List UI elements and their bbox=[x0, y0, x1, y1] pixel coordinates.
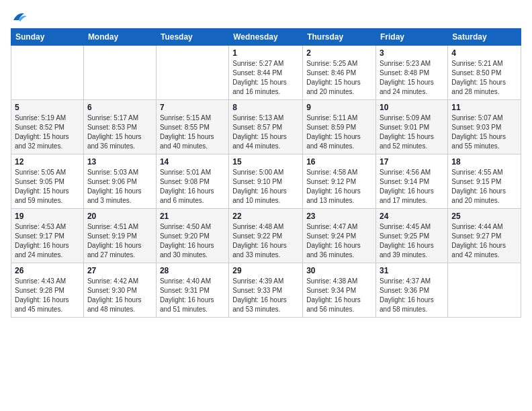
calendar-cell: 12Sunrise: 5:05 AM Sunset: 9:05 PM Dayli… bbox=[11, 154, 84, 209]
day-number: 18 bbox=[451, 157, 517, 167]
day-info: Sunrise: 5:23 AM Sunset: 8:48 PM Dayligh… bbox=[380, 59, 444, 97]
calendar-cell: 3Sunrise: 5:23 AM Sunset: 8:48 PM Daylig… bbox=[376, 46, 448, 100]
calendar-cell: 9Sunrise: 5:11 AM Sunset: 8:59 PM Daylig… bbox=[303, 100, 376, 154]
weekday-header-friday: Friday bbox=[376, 29, 448, 46]
weekday-header-wednesday: Wednesday bbox=[229, 29, 303, 46]
calendar-cell: 24Sunrise: 4:45 AM Sunset: 9:25 PM Dayli… bbox=[376, 209, 448, 263]
day-number: 28 bbox=[160, 266, 225, 275]
calendar-cell: 13Sunrise: 5:03 AM Sunset: 9:06 PM Dayli… bbox=[83, 154, 156, 209]
day-info: Sunrise: 4:42 AM Sunset: 9:30 PM Dayligh… bbox=[87, 277, 152, 314]
calendar-cell: 26Sunrise: 4:43 AM Sunset: 9:28 PM Dayli… bbox=[11, 263, 84, 318]
day-info: Sunrise: 4:55 AM Sunset: 9:15 PM Dayligh… bbox=[451, 168, 517, 205]
day-info: Sunrise: 5:00 AM Sunset: 9:10 PM Dayligh… bbox=[232, 168, 299, 205]
day-number: 17 bbox=[380, 157, 444, 167]
calendar-cell bbox=[83, 46, 156, 100]
weekday-header-row: SundayMondayTuesdayWednesdayThursdayFrid… bbox=[11, 29, 521, 46]
day-info: Sunrise: 4:50 AM Sunset: 9:20 PM Dayligh… bbox=[160, 222, 225, 260]
day-number: 9 bbox=[306, 103, 372, 112]
weekday-header-saturday: Saturday bbox=[448, 29, 521, 46]
day-info: Sunrise: 4:44 AM Sunset: 9:27 PM Dayligh… bbox=[451, 222, 517, 260]
day-number: 2 bbox=[306, 48, 372, 58]
weekday-header-thursday: Thursday bbox=[303, 29, 376, 46]
day-info: Sunrise: 5:01 AM Sunset: 9:08 PM Dayligh… bbox=[160, 168, 225, 205]
day-info: Sunrise: 5:19 AM Sunset: 8:52 PM Dayligh… bbox=[15, 113, 80, 151]
day-number: 3 bbox=[380, 48, 444, 58]
logo bbox=[11, 11, 27, 23]
calendar-cell: 25Sunrise: 4:44 AM Sunset: 9:27 PM Dayli… bbox=[448, 209, 521, 263]
day-info: Sunrise: 5:09 AM Sunset: 9:01 PM Dayligh… bbox=[380, 113, 444, 151]
day-number: 1 bbox=[232, 48, 299, 58]
calendar-cell: 10Sunrise: 5:09 AM Sunset: 9:01 PM Dayli… bbox=[376, 100, 448, 154]
day-info: Sunrise: 5:17 AM Sunset: 8:53 PM Dayligh… bbox=[87, 113, 152, 151]
calendar-cell: 8Sunrise: 5:13 AM Sunset: 8:57 PM Daylig… bbox=[229, 100, 303, 154]
day-info: Sunrise: 4:47 AM Sunset: 9:24 PM Dayligh… bbox=[306, 222, 372, 260]
day-number: 14 bbox=[160, 157, 225, 167]
day-number: 29 bbox=[232, 266, 299, 275]
calendar-cell: 21Sunrise: 4:50 AM Sunset: 9:20 PM Dayli… bbox=[156, 209, 228, 263]
day-info: Sunrise: 4:37 AM Sunset: 9:36 PM Dayligh… bbox=[380, 277, 444, 314]
calendar-cell: 23Sunrise: 4:47 AM Sunset: 9:24 PM Dayli… bbox=[303, 209, 376, 263]
weekday-header-tuesday: Tuesday bbox=[156, 29, 228, 46]
weekday-header-sunday: Sunday bbox=[11, 29, 84, 46]
day-number: 27 bbox=[87, 266, 152, 275]
day-number: 7 bbox=[160, 103, 225, 112]
calendar-cell: 7Sunrise: 5:15 AM Sunset: 8:55 PM Daylig… bbox=[156, 100, 228, 154]
calendar-cell: 19Sunrise: 4:53 AM Sunset: 9:17 PM Dayli… bbox=[11, 209, 84, 263]
calendar-cell: 5Sunrise: 5:19 AM Sunset: 8:52 PM Daylig… bbox=[11, 100, 84, 154]
day-number: 26 bbox=[15, 266, 80, 275]
week-row-4: 19Sunrise: 4:53 AM Sunset: 9:17 PM Dayli… bbox=[11, 209, 521, 263]
calendar-cell bbox=[156, 46, 228, 100]
day-info: Sunrise: 5:15 AM Sunset: 8:55 PM Dayligh… bbox=[160, 113, 225, 151]
day-number: 21 bbox=[160, 212, 225, 221]
day-info: Sunrise: 4:53 AM Sunset: 9:17 PM Dayligh… bbox=[15, 222, 80, 260]
day-number: 31 bbox=[380, 266, 444, 275]
calendar-cell: 18Sunrise: 4:55 AM Sunset: 9:15 PM Dayli… bbox=[448, 154, 521, 209]
day-number: 19 bbox=[15, 212, 80, 221]
calendar-cell: 6Sunrise: 5:17 AM Sunset: 8:53 PM Daylig… bbox=[83, 100, 156, 154]
day-info: Sunrise: 4:56 AM Sunset: 9:14 PM Dayligh… bbox=[380, 168, 444, 205]
calendar-cell: 4Sunrise: 5:21 AM Sunset: 8:50 PM Daylig… bbox=[448, 46, 521, 100]
day-number: 23 bbox=[306, 212, 372, 221]
day-info: Sunrise: 5:25 AM Sunset: 8:46 PM Dayligh… bbox=[306, 59, 372, 97]
calendar-cell: 1Sunrise: 5:27 AM Sunset: 8:44 PM Daylig… bbox=[229, 46, 303, 100]
day-info: Sunrise: 4:38 AM Sunset: 9:34 PM Dayligh… bbox=[306, 277, 372, 314]
calendar-cell: 27Sunrise: 4:42 AM Sunset: 9:30 PM Dayli… bbox=[83, 263, 156, 318]
calendar-cell bbox=[11, 46, 84, 100]
day-info: Sunrise: 5:21 AM Sunset: 8:50 PM Dayligh… bbox=[451, 59, 517, 97]
calendar-cell: 28Sunrise: 4:40 AM Sunset: 9:31 PM Dayli… bbox=[156, 263, 228, 318]
day-number: 8 bbox=[232, 103, 299, 112]
day-number: 12 bbox=[15, 157, 80, 167]
day-info: Sunrise: 4:39 AM Sunset: 9:33 PM Dayligh… bbox=[232, 277, 299, 314]
day-number: 6 bbox=[87, 103, 152, 112]
day-info: Sunrise: 4:40 AM Sunset: 9:31 PM Dayligh… bbox=[160, 277, 225, 314]
calendar-cell: 22Sunrise: 4:48 AM Sunset: 9:22 PM Dayli… bbox=[229, 209, 303, 263]
day-number: 22 bbox=[232, 212, 299, 221]
day-info: Sunrise: 5:27 AM Sunset: 8:44 PM Dayligh… bbox=[232, 59, 299, 97]
day-number: 5 bbox=[15, 103, 80, 112]
day-number: 25 bbox=[451, 212, 517, 221]
week-row-3: 12Sunrise: 5:05 AM Sunset: 9:05 PM Dayli… bbox=[11, 154, 521, 209]
calendar-cell: 31Sunrise: 4:37 AM Sunset: 9:36 PM Dayli… bbox=[376, 263, 448, 318]
page-header bbox=[11, 11, 521, 23]
calendar-cell: 14Sunrise: 5:01 AM Sunset: 9:08 PM Dayli… bbox=[156, 154, 228, 209]
day-info: Sunrise: 4:48 AM Sunset: 9:22 PM Dayligh… bbox=[232, 222, 299, 260]
calendar-cell: 17Sunrise: 4:56 AM Sunset: 9:14 PM Dayli… bbox=[376, 154, 448, 209]
week-row-1: 1Sunrise: 5:27 AM Sunset: 8:44 PM Daylig… bbox=[11, 46, 521, 100]
day-info: Sunrise: 4:45 AM Sunset: 9:25 PM Dayligh… bbox=[380, 222, 444, 260]
day-number: 30 bbox=[306, 266, 372, 275]
logo-bird-icon bbox=[12, 11, 27, 23]
week-row-2: 5Sunrise: 5:19 AM Sunset: 8:52 PM Daylig… bbox=[11, 100, 521, 154]
calendar-cell: 29Sunrise: 4:39 AM Sunset: 9:33 PM Dayli… bbox=[229, 263, 303, 318]
day-info: Sunrise: 5:13 AM Sunset: 8:57 PM Dayligh… bbox=[232, 113, 299, 151]
week-row-5: 26Sunrise: 4:43 AM Sunset: 9:28 PM Dayli… bbox=[11, 263, 521, 318]
day-info: Sunrise: 4:51 AM Sunset: 9:19 PM Dayligh… bbox=[87, 222, 152, 260]
calendar-cell bbox=[448, 263, 521, 318]
calendar-cell: 2Sunrise: 5:25 AM Sunset: 8:46 PM Daylig… bbox=[303, 46, 376, 100]
calendar-cell: 11Sunrise: 5:07 AM Sunset: 9:03 PM Dayli… bbox=[448, 100, 521, 154]
day-info: Sunrise: 5:03 AM Sunset: 9:06 PM Dayligh… bbox=[87, 168, 152, 205]
day-number: 24 bbox=[380, 212, 444, 221]
day-number: 10 bbox=[380, 103, 444, 112]
calendar-cell: 15Sunrise: 5:00 AM Sunset: 9:10 PM Dayli… bbox=[229, 154, 303, 209]
calendar-table: SundayMondayTuesdayWednesdayThursdayFrid… bbox=[11, 28, 521, 318]
weekday-header-monday: Monday bbox=[83, 29, 156, 46]
